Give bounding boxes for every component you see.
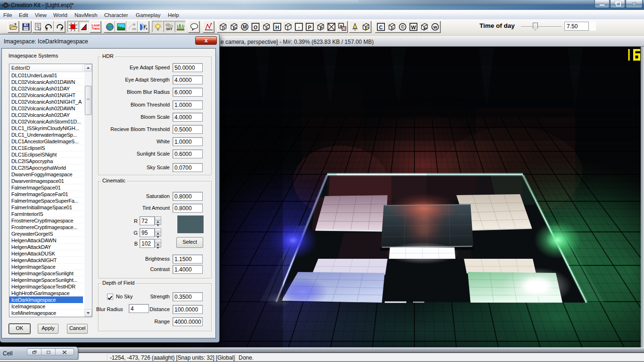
- svg-text:Trans: Trans: [91, 27, 100, 30]
- svg-text:w: w: [433, 24, 438, 30]
- svg-text:m: m: [233, 26, 237, 30]
- svg-text:W: W: [411, 25, 416, 30]
- svg-text:▫: ▫: [298, 25, 300, 30]
- svg-text:C: C: [379, 25, 383, 30]
- svg-text:O: O: [254, 25, 258, 30]
- svg-text:c: c: [392, 26, 394, 30]
- svg-text:o: o: [266, 26, 269, 30]
- svg-text:w: w: [424, 26, 427, 30]
- svg-text:P: P: [321, 26, 323, 30]
- svg-text:M: M: [243, 24, 247, 30]
- svg-text:HK: HK: [132, 27, 137, 31]
- svg-text:x: x: [145, 26, 148, 31]
- svg-text:SKY: SKY: [166, 27, 173, 31]
- svg-text:T: T: [223, 26, 225, 30]
- svg-text:x: x: [632, 0, 636, 7]
- svg-text:H: H: [275, 25, 279, 30]
- svg-text:Local: Local: [92, 24, 100, 27]
- svg-text:©: ©: [401, 24, 405, 30]
- svg-text:P: P: [308, 25, 311, 30]
